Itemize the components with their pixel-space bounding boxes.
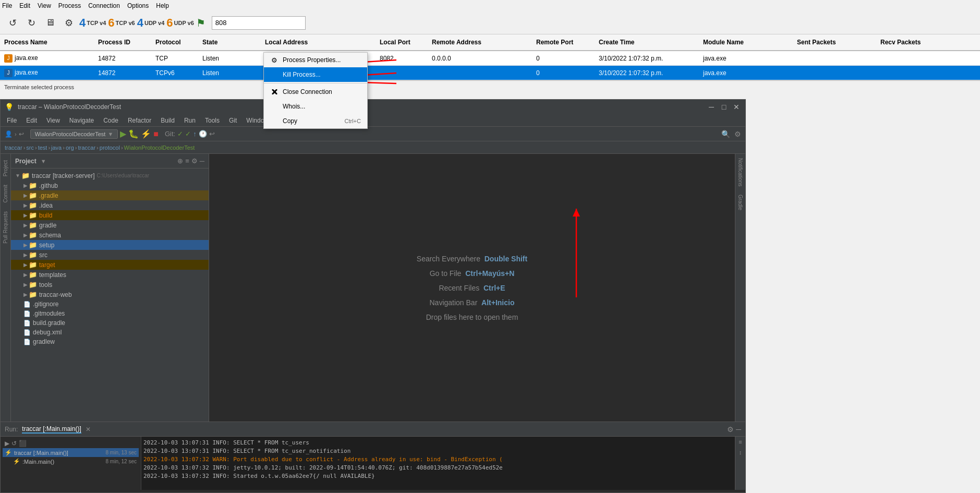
- col-create-time[interactable]: Create Time: [597, 39, 701, 46]
- run-settings-btn[interactable]: ⚙: [727, 425, 734, 434]
- col-local-address[interactable]: Local Address: [263, 39, 378, 46]
- tree-item-templates[interactable]: ▶ 📁 templates: [11, 270, 209, 280]
- menu-options[interactable]: Options: [127, 2, 149, 9]
- tree-item-gitignore[interactable]: 📄 .gitignore: [11, 299, 209, 309]
- col-local-port[interactable]: Local Port: [378, 39, 430, 46]
- notifications-tab[interactable]: Notifications: [736, 154, 744, 190]
- run-tab-active[interactable]: traccar [:Main.main()]: [22, 425, 81, 434]
- udp-v4-badge[interactable]: 4 UDP v4: [137, 16, 165, 30]
- run-item-sub[interactable]: ⚡ :Main.main() 8 min, 12 sec: [3, 457, 139, 466]
- back-btn[interactable]: ↩: [19, 130, 24, 138]
- ide-menu-view[interactable]: View: [42, 116, 64, 125]
- project-tab[interactable]: Project: [2, 156, 9, 181]
- tree-item-gradle2[interactable]: ▶ 📁 gradle: [11, 220, 209, 230]
- tree-item-gradlew[interactable]: 📄 gradlew: [11, 337, 209, 346]
- col-state[interactable]: State: [200, 39, 263, 46]
- table-row[interactable]: Jjava.exe 14872 TCPv6 Listen DESKTOP-DCR…: [0, 66, 980, 80]
- tree-item-debug-xml[interactable]: 📄 debug.xml: [11, 328, 209, 337]
- ide-menu-git[interactable]: Git: [225, 116, 241, 125]
- col-protocol[interactable]: Protocol: [153, 39, 200, 46]
- sidebar-icon-collapse[interactable]: ≡: [185, 157, 189, 165]
- run-minimize-btn[interactable]: ─: [736, 425, 741, 434]
- filter-input[interactable]: [212, 16, 306, 30]
- ide-menu-code[interactable]: Code: [99, 116, 123, 125]
- ide-menu-refactor[interactable]: Refactor: [124, 116, 155, 125]
- menu-file[interactable]: File: [2, 2, 12, 9]
- gear-icon[interactable]: ⚙: [734, 130, 741, 138]
- menu-view[interactable]: View: [38, 2, 51, 9]
- menu-edit[interactable]: Edit: [19, 2, 30, 9]
- tree-item-target[interactable]: ▶ 📁 target: [11, 260, 209, 270]
- run-play-icon[interactable]: ▶: [5, 440, 9, 447]
- ide-menu-file[interactable]: File: [3, 116, 21, 125]
- close-run-tab[interactable]: ✕: [86, 426, 91, 433]
- context-menu-copy[interactable]: Copy Ctrl+C: [264, 114, 367, 128]
- breadcrumb-file[interactable]: WialonProtocolDecoderTest: [124, 145, 195, 151]
- tree-item-schema[interactable]: ▶ 📁 schema: [11, 230, 209, 240]
- search-icon[interactable]: 🔍: [721, 130, 730, 138]
- udp-v6-badge[interactable]: 6 UDP v6: [166, 16, 194, 30]
- breadcrumb-protocol[interactable]: protocol: [100, 145, 120, 151]
- run-btn[interactable]: ▶: [120, 129, 126, 139]
- tree-item-build-gradle[interactable]: 📄 build.gradle: [11, 318, 209, 328]
- coverage-btn[interactable]: ⚡: [141, 129, 151, 139]
- context-menu-whois[interactable]: Whois...: [264, 99, 367, 114]
- person-icon[interactable]: 👤: [5, 130, 13, 138]
- capture-btn[interactable]: 🖥: [42, 15, 58, 31]
- tree-item-setup[interactable]: ▶ 📁 setup: [11, 240, 209, 250]
- ide-menu-run[interactable]: Run: [180, 116, 200, 125]
- col-recv-packets[interactable]: Recv Packets: [878, 39, 957, 46]
- run-reload-icon[interactable]: ↺: [11, 440, 17, 447]
- sidebar-dropdown[interactable]: ▼: [41, 158, 46, 164]
- tree-item-github[interactable]: ▶ 📁 .github: [11, 181, 209, 190]
- context-menu-process-properties[interactable]: ⚙ Process Properties...: [264, 53, 367, 67]
- gradle-tab[interactable]: Gradle: [736, 190, 744, 214]
- col-sent-packets[interactable]: Sent Packets: [795, 39, 878, 46]
- menu-connection[interactable]: Connection: [88, 2, 120, 9]
- sidebar-icon-minimize[interactable]: ─: [200, 157, 204, 165]
- git-push-icon[interactable]: ↑: [193, 130, 197, 138]
- run-config-dropdown[interactable]: WialonProtocolDecoderTest ▼: [30, 129, 118, 139]
- tcp-v4-badge[interactable]: 4 TCP v4: [79, 16, 106, 30]
- ide-menu-edit[interactable]: Edit: [22, 116, 41, 125]
- breadcrumb-java[interactable]: java: [51, 145, 62, 151]
- breadcrumb-test[interactable]: test: [38, 145, 47, 151]
- ide-menu-build[interactable]: Build: [156, 116, 179, 125]
- col-remote-address[interactable]: Remote Address: [430, 39, 534, 46]
- tree-item-src[interactable]: ▶ 📁 src: [11, 250, 209, 260]
- ide-menu-tools[interactable]: Tools: [201, 116, 224, 125]
- flag-btn[interactable]: ⚑: [196, 17, 205, 29]
- col-process-id[interactable]: Process ID: [96, 39, 153, 46]
- context-menu-kill-process[interactable]: Kill Process...: [264, 67, 367, 82]
- pull-requests-tab[interactable]: Pull Requests: [2, 207, 9, 248]
- table-row[interactable]: Jjava.exe 14872 TCP Listen DESKTOP-DCRIN…: [0, 51, 980, 66]
- tree-item-idea[interactable]: ▶ 📁 .idea: [11, 200, 209, 210]
- git-clock-icon[interactable]: 🕐: [199, 130, 207, 138]
- refresh-btn[interactable]: ↺: [4, 15, 21, 31]
- tree-root[interactable]: ▼ 📁 traccar [tracker-server] C:\Users\ed…: [11, 171, 209, 181]
- breadcrumb-org[interactable]: org: [66, 145, 74, 151]
- col-module-name[interactable]: Module Name: [701, 39, 795, 46]
- minimize-btn[interactable]: ─: [707, 102, 716, 112]
- tree-item-build[interactable]: ▶ 📁 build: [11, 210, 209, 220]
- tree-item-gradle[interactable]: ▶ 📁 .gradle: [11, 190, 209, 200]
- stop-btn[interactable]: ■: [153, 129, 159, 139]
- run-scroll-icon[interactable]: ↕: [737, 447, 744, 458]
- tree-item-tools[interactable]: ▶ 📁 tools: [11, 280, 209, 290]
- settings-btn[interactable]: ⚙: [61, 15, 77, 31]
- ide-menu-navigate[interactable]: Navigate: [65, 116, 98, 125]
- sidebar-icon-scroll[interactable]: ⊕: [177, 157, 183, 165]
- auto-refresh-btn[interactable]: ↻: [23, 15, 40, 31]
- run-item-main[interactable]: ⚡ traccar [:Main.main()] 8 min, 13 sec: [3, 448, 139, 457]
- context-menu-close-connection[interactable]: 🗙 Close Connection: [264, 85, 367, 99]
- debug-btn[interactable]: 🐛: [128, 129, 139, 139]
- run-stop-icon[interactable]: ⬛: [19, 440, 27, 447]
- sidebar-icon-settings[interactable]: ⚙: [191, 157, 198, 165]
- breadcrumb-src[interactable]: src: [26, 145, 34, 151]
- menu-process[interactable]: Process: [58, 2, 81, 9]
- tree-item-traccar-web[interactable]: ▶ 📁 traccar-web: [11, 290, 209, 299]
- breadcrumb-traccar2[interactable]: traccar: [78, 145, 95, 151]
- col-process-name[interactable]: Process Name: [2, 39, 96, 46]
- run-right-icon[interactable]: ≡: [736, 437, 744, 447]
- breadcrumb-traccar[interactable]: traccar: [5, 145, 22, 151]
